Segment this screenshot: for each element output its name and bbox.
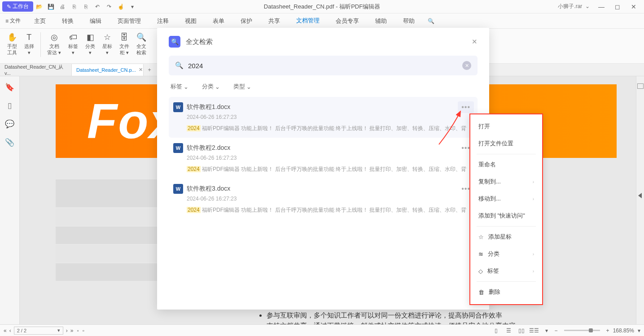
new-tab-button[interactable]: ＋	[144, 66, 155, 74]
minimize-button[interactable]: —	[593, 0, 609, 13]
search-results: W软件教程1.docx 2024-06-26 16:27:23 2024 福昕P…	[169, 97, 478, 219]
window-title: Datasheet_Reader_CN.pdf - 福昕PDF编辑器	[264, 3, 380, 11]
ctx-open[interactable]: 打开	[470, 118, 542, 135]
view-facing-icon[interactable]: ☰☰	[530, 327, 539, 335]
prev-page-icon[interactable]: ‹	[9, 327, 11, 334]
toggle-panel-icon[interactable]	[637, 83, 644, 89]
ribbon-hand-tool[interactable]: ✋手型工具	[4, 32, 20, 56]
right-scrollbar[interactable]	[636, 76, 644, 324]
view-book-icon[interactable]: ▯▯	[517, 327, 526, 335]
layout-icon-2[interactable]: ▫	[83, 327, 84, 334]
menu-form[interactable]: 表单	[205, 13, 232, 29]
close-tab-icon[interactable]: ✕	[139, 67, 143, 73]
pages-icon[interactable]: ▯	[8, 101, 12, 110]
chevron-right-icon: ›	[533, 179, 534, 184]
menu-home[interactable]: 主页	[26, 13, 54, 29]
search-panel-title: 全文检索	[186, 38, 213, 46]
ctx-category[interactable]: ≋分类›	[470, 245, 542, 262]
ctx-tag[interactable]: ◇标签›	[470, 262, 542, 279]
search-result-item[interactable]: W软件教程1.docx 2024-06-26 16:27:23 2024 福昕P…	[169, 97, 478, 138]
open-icon[interactable]: 📂	[33, 1, 45, 13]
search-input[interactable]	[188, 62, 462, 70]
close-button[interactable]: ✕	[626, 0, 642, 13]
menu-edit[interactable]: 编辑	[82, 13, 110, 29]
dropdown-icon[interactable]: ▾	[127, 1, 138, 13]
view-continuous-icon[interactable]: ☰	[504, 327, 513, 335]
ribbon-fulltext[interactable]: 🔍全文检索	[134, 32, 149, 56]
maximize-button[interactable]: ◻	[609, 0, 626, 13]
workbench-button[interactable]: ✎工作台	[2, 1, 33, 12]
menu-protect[interactable]: 保护	[232, 13, 260, 29]
menu-docmanage[interactable]: 文档管理	[288, 13, 328, 29]
search-box[interactable]: 🔍 ✕	[169, 56, 478, 75]
menu-view[interactable]: 视图	[177, 13, 205, 29]
context-menu: 打开 打开文件位置 重命名 复制到...› 移动到...› 添加到 "快速访问"…	[469, 113, 543, 305]
search-clear-button[interactable]: ✕	[462, 61, 471, 70]
export-icon[interactable]: ⎘	[68, 1, 80, 13]
ctx-add-star[interactable]: ☆添加星标	[470, 228, 542, 245]
star-outline-icon: ☆	[478, 234, 484, 240]
menu-search-icon[interactable]: 🔍	[423, 18, 439, 24]
menu-member[interactable]: 会员专享	[328, 13, 367, 29]
result-more-button[interactable]: •••	[458, 101, 474, 113]
save-icon[interactable]: 💾	[45, 1, 57, 13]
statusbar: « ‹ 2 / 2▾ › » ▫ ▫ ▯ ☰ ▯▯ ☰☰ ▾ − + 168.8…	[0, 324, 644, 336]
page-input[interactable]: 2 / 2▾	[14, 327, 63, 335]
ribbon-radar[interactable]: ◎文档雷达 ▾	[44, 32, 64, 56]
file-menu[interactable]: ≡ 文件	[0, 17, 26, 25]
menu-accessibility[interactable]: 辅助	[367, 13, 395, 29]
new-icon[interactable]: ⎘	[80, 1, 92, 13]
last-page-icon[interactable]: »	[70, 327, 74, 334]
search-panel-icon: 🔍	[169, 36, 180, 48]
ribbon-tag[interactable]: 🏷标签▾	[66, 32, 81, 56]
print-icon[interactable]: 🖨	[57, 1, 68, 13]
ctx-rename[interactable]: 重命名	[470, 156, 542, 173]
zoom-dropdown-icon[interactable]: ▾	[638, 327, 640, 334]
search-result-item[interactable]: W软件教程2.docx 2024-06-26 16:27:23 2024 福昕P…	[169, 138, 478, 179]
tag-icon: 🏷	[68, 32, 78, 42]
ribbon-star[interactable]: ☆星标▾	[100, 32, 115, 56]
doctab-2[interactable]: Datasheet_Reader_CN.p...✕	[72, 64, 144, 76]
zoom-out-icon[interactable]: −	[555, 327, 558, 334]
layout-icon-1[interactable]: ▫	[77, 327, 79, 334]
comments-icon[interactable]: 💬	[5, 119, 14, 129]
menu-help[interactable]: 帮助	[395, 13, 423, 29]
first-page-icon[interactable]: «	[4, 327, 7, 334]
ctx-delete[interactable]: 🗑删除	[470, 284, 542, 301]
next-page-icon[interactable]: ›	[66, 327, 68, 334]
menu-page[interactable]: 页面管理	[110, 13, 149, 29]
search-filters: 标签⌄ 分类⌄ 类型⌄	[169, 83, 478, 91]
search-panel-close[interactable]: ✕	[472, 38, 478, 46]
doctab-1[interactable]: Datasheet_Reader_CN_从v...	[0, 64, 72, 76]
ctx-open-location[interactable]: 打开文件位置	[470, 135, 542, 152]
redo-icon[interactable]: ↷	[103, 1, 115, 13]
bookmark-icon[interactable]: 🔖	[5, 83, 14, 92]
view-single-icon[interactable]: ▯	[492, 327, 501, 335]
attachments-icon[interactable]: 📎	[5, 138, 14, 147]
ctx-move-to[interactable]: 移动到...›	[470, 190, 542, 207]
rar-filename[interactable]: 小狮子.rar ⌄	[558, 3, 590, 10]
fulltext-search-panel: 🔍 全文检索 ✕ 🔍 ✕ 标签⌄ 分类⌄ 类型⌄ W软件教程1.docx 202…	[157, 28, 489, 310]
hand-tool-icon: ✋	[7, 32, 17, 42]
zoom-in-icon[interactable]: +	[606, 327, 609, 334]
collapse-icon[interactable]	[638, 193, 642, 198]
menu-share[interactable]: 共享	[260, 13, 288, 29]
menu-convert[interactable]: 转换	[54, 13, 82, 29]
view-dropdown-icon[interactable]: ▾	[542, 327, 551, 335]
zoom-slider[interactable]	[564, 330, 600, 331]
hand-icon[interactable]: ☝	[115, 1, 127, 13]
ribbon-cabinet[interactable]: 🗄文件柜 ▾	[117, 32, 132, 56]
ribbon-category[interactable]: ◧分类▾	[83, 32, 98, 56]
filter-type[interactable]: 类型⌄	[233, 83, 251, 91]
undo-icon[interactable]: ↶	[92, 1, 103, 13]
filter-category[interactable]: 分类⌄	[202, 83, 220, 91]
search-result-item[interactable]: W软件教程3.docx 2024-06-26 16:27:23 2024 福昕P…	[169, 179, 478, 219]
ctx-add-quick[interactable]: 添加到 "快速访问"	[470, 207, 542, 224]
ribbon-select[interactable]: Ꭲ选择▾	[22, 32, 37, 56]
menu-annotate[interactable]: 注释	[149, 13, 177, 29]
layers-icon: ≋	[478, 251, 483, 257]
ctx-copy-to[interactable]: 复制到...›	[470, 173, 542, 190]
zoom-value[interactable]: 168.85%	[613, 327, 634, 334]
filter-tag[interactable]: 标签⌄	[171, 83, 188, 91]
word-doc-icon: W	[173, 102, 183, 112]
